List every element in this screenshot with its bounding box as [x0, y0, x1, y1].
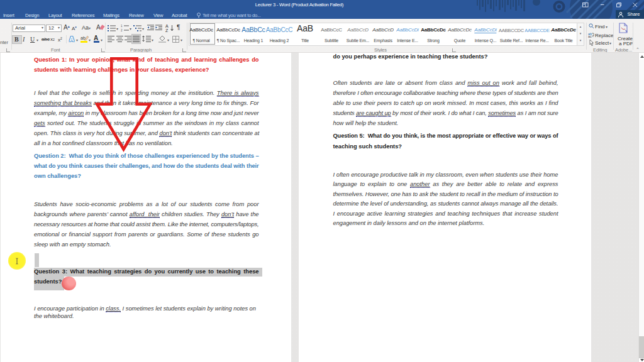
svg-text:1: 1 — [121, 25, 123, 28]
svg-text:ac: ac — [588, 35, 592, 38]
svg-text:2: 2 — [121, 29, 123, 31]
